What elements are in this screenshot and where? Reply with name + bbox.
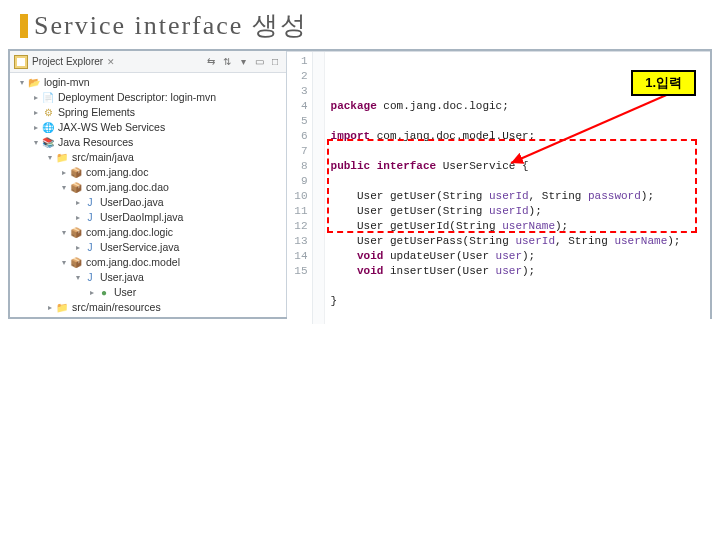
tree-node-icon: J bbox=[83, 197, 97, 209]
tree-node-label: src/main/java bbox=[72, 150, 134, 165]
tree-node-label: com.jang.doc.model bbox=[86, 255, 180, 270]
tree-item[interactable]: ▾📂login-mvn bbox=[10, 75, 286, 90]
tree-item[interactable]: ▸JUserDaoImpl.java bbox=[10, 210, 286, 225]
expand-right-icon[interactable]: ▸ bbox=[86, 285, 97, 300]
line-number: 5 bbox=[287, 114, 308, 129]
line-number: 7 bbox=[287, 144, 308, 159]
expand-right-icon[interactable]: ▸ bbox=[30, 120, 41, 135]
tree-item[interactable]: ▸📄Deployment Descriptor: login-mvn bbox=[10, 90, 286, 105]
tree-node-icon: J bbox=[83, 212, 97, 224]
tree-item[interactable]: ▸JUserDao.java bbox=[10, 195, 286, 210]
line-number: 2 bbox=[287, 69, 308, 84]
tree-node-label: login-mvn bbox=[44, 75, 90, 90]
code-line[interactable] bbox=[331, 174, 706, 189]
expand-right-icon[interactable]: ▸ bbox=[30, 105, 41, 120]
line-number: 9 bbox=[287, 174, 308, 189]
code-line[interactable]: User getUserPass(String userId, String u… bbox=[331, 234, 706, 249]
code-line[interactable] bbox=[331, 279, 706, 294]
tree-item[interactable]: ▾📚Java Resources bbox=[10, 135, 286, 150]
tree-node-icon: 📦 bbox=[69, 257, 83, 269]
line-number: 12 bbox=[287, 219, 308, 234]
tree-node-icon: 📄 bbox=[41, 92, 55, 104]
tree-node-icon: 📦 bbox=[69, 227, 83, 239]
tree-node-icon: 🌐 bbox=[41, 122, 55, 134]
tree-item[interactable]: ▾📁src/main/java bbox=[10, 150, 286, 165]
code-line[interactable]: public interface UserService { bbox=[331, 159, 706, 174]
expand-right-icon[interactable]: ▸ bbox=[72, 240, 83, 255]
tree-node-icon: 📚 bbox=[41, 137, 55, 149]
code-line[interactable]: import com.jang.doc.model.User; bbox=[331, 129, 706, 144]
code-line[interactable] bbox=[331, 144, 706, 159]
tree-item[interactable]: ▾JUser.java bbox=[10, 270, 286, 285]
expand-down-icon[interactable]: ▾ bbox=[58, 180, 69, 195]
code-line[interactable]: User getUserId(String userName); bbox=[331, 219, 706, 234]
explorer-maximize-icon[interactable]: □ bbox=[269, 55, 282, 68]
fold-strip[interactable] bbox=[313, 52, 325, 324]
code-line[interactable]: void insertUser(User user); bbox=[331, 264, 706, 279]
line-number: 10 bbox=[287, 189, 308, 204]
tree-node-icon: 📦 bbox=[69, 182, 83, 194]
expand-down-icon[interactable]: ▾ bbox=[44, 150, 55, 165]
code-line[interactable]: void updateUser(User user); bbox=[331, 249, 706, 264]
explorer-icon bbox=[14, 55, 28, 69]
explorer-collapse-icon[interactable]: ⇆ bbox=[205, 55, 218, 68]
expand-right-icon[interactable]: ▸ bbox=[44, 300, 55, 315]
tree-node-icon: 📦 bbox=[69, 167, 83, 179]
tree-node-label: Spring Elements bbox=[58, 105, 135, 120]
tree-item[interactable]: ▸🌐JAX-WS Web Services bbox=[10, 120, 286, 135]
tree-node-icon: 📁 bbox=[55, 152, 69, 164]
expand-down-icon[interactable]: ▾ bbox=[30, 135, 41, 150]
line-number: 8 bbox=[287, 159, 308, 174]
title-accent bbox=[20, 14, 28, 38]
tree-item[interactable]: ▸JUserService.java bbox=[10, 240, 286, 255]
tree-node-icon: J bbox=[83, 272, 97, 284]
explorer-link-icon[interactable]: ⇅ bbox=[221, 55, 234, 68]
tree-node-icon: ● bbox=[97, 287, 111, 299]
explorer-menu-icon[interactable]: ▾ bbox=[237, 55, 250, 68]
tree-node-label: User.java bbox=[100, 270, 144, 285]
tree-node-label: Deployment Descriptor: login-mvn bbox=[58, 90, 216, 105]
code-line[interactable]: User getUser(String userId); bbox=[331, 204, 706, 219]
expand-right-icon[interactable]: ▸ bbox=[58, 165, 69, 180]
code-line[interactable]: } bbox=[331, 294, 706, 309]
tree-node-label: src/main/resources bbox=[72, 300, 161, 315]
tree-node-label: Java Resources bbox=[58, 135, 133, 150]
tree-node-label: JAX-WS Web Services bbox=[58, 120, 165, 135]
explorer-minimize-icon[interactable]: ▭ bbox=[253, 55, 266, 68]
expand-right-icon[interactable]: ▸ bbox=[72, 195, 83, 210]
tree-node-icon: J bbox=[83, 242, 97, 254]
expand-down-icon[interactable]: ▾ bbox=[58, 255, 69, 270]
line-number-gutter: 123456789101112131415 bbox=[287, 52, 313, 324]
code-line[interactable] bbox=[331, 309, 706, 324]
line-number: 15 bbox=[287, 264, 308, 279]
ide-window: Project Explorer ✕ ⇆ ⇅ ▾ ▭ □ ▾📂login-mvn… bbox=[8, 49, 712, 319]
explorer-title: Project Explorer bbox=[32, 56, 103, 67]
expand-right-icon[interactable]: ▸ bbox=[72, 210, 83, 225]
line-number: 4 bbox=[287, 99, 308, 114]
slide-title-bar: Service interface 생성 bbox=[0, 0, 720, 49]
line-number: 13 bbox=[287, 234, 308, 249]
tree-node-label: UserService.java bbox=[100, 240, 179, 255]
callout-label: 1.입력 bbox=[631, 70, 696, 96]
tree-item[interactable]: ▸●User bbox=[10, 285, 286, 300]
code-line[interactable] bbox=[331, 114, 706, 129]
tree-item[interactable]: ▾📦com.jang.doc.model bbox=[10, 255, 286, 270]
tree-item[interactable]: ▸📁src/main/resources bbox=[10, 300, 286, 315]
explorer-close-icon[interactable]: ✕ bbox=[107, 57, 115, 67]
code-line[interactable]: User getUser(String userId, String passw… bbox=[331, 189, 706, 204]
tree-item[interactable]: ▸⚙Spring Elements bbox=[10, 105, 286, 120]
tree-node-icon: ⚙ bbox=[41, 107, 55, 119]
expand-right-icon[interactable]: ▸ bbox=[30, 90, 41, 105]
tree-node-icon: 📁 bbox=[55, 302, 69, 314]
tree-item[interactable]: ▾📦com.jang.doc.logic bbox=[10, 225, 286, 240]
project-tree[interactable]: ▾📂login-mvn▸📄Deployment Descriptor: logi… bbox=[10, 73, 286, 317]
code-line[interactable]: package com.jang.doc.logic; bbox=[331, 99, 706, 114]
tree-item[interactable]: ▾📦com.jang.doc.dao bbox=[10, 180, 286, 195]
expand-down-icon[interactable]: ▾ bbox=[72, 270, 83, 285]
line-number: 14 bbox=[287, 249, 308, 264]
expand-down-icon[interactable]: ▾ bbox=[16, 75, 27, 90]
expand-down-icon[interactable]: ▾ bbox=[58, 225, 69, 240]
tree-item[interactable]: ▸📦com.jang.doc bbox=[10, 165, 286, 180]
tree-node-label: com.jang.doc.logic bbox=[86, 225, 173, 240]
line-number: 3 bbox=[287, 84, 308, 99]
